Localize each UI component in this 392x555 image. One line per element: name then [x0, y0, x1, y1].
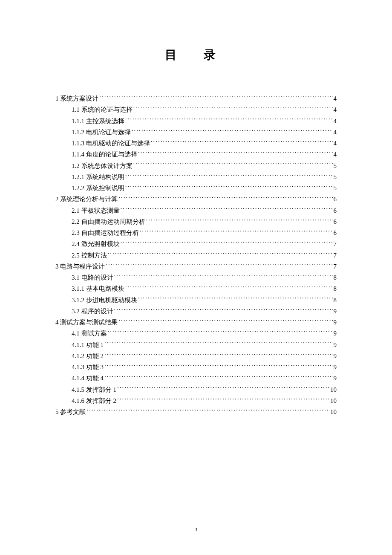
- toc-entry-page: 8: [334, 295, 337, 306]
- toc-entry-page: 4: [334, 138, 337, 149]
- toc-entry-page: 5: [334, 171, 337, 182]
- toc-entry-page: 6: [334, 216, 337, 227]
- toc-entry-label: 1.1.2 电机论证与选择: [72, 127, 131, 138]
- toc-entry[interactable]: 4.1.4 功能 49: [55, 373, 337, 384]
- toc-leader-dots: [138, 296, 333, 302]
- toc-leader-dots: [118, 195, 332, 201]
- toc-entry[interactable]: 4.1 测试方案9: [55, 328, 337, 339]
- toc-entry-label: 1 系统方案设计: [55, 93, 98, 104]
- toc-entry[interactable]: 1.1.1 主控系统选择4: [55, 116, 337, 127]
- toc-leader-dots: [132, 128, 333, 134]
- toc-entry-page: 6: [334, 205, 337, 216]
- toc-leader-dots: [121, 240, 333, 246]
- toc-entry-label: 3 电路与程序设计: [55, 261, 105, 272]
- toc-entry-label: 1.2 系统总体设计方案: [72, 160, 133, 171]
- toc-leader-dots: [125, 173, 333, 179]
- toc-entry-page: 10: [330, 395, 337, 406]
- toc-entry-label: 1.1.4 角度的论证与选择: [72, 149, 137, 160]
- toc-entry[interactable]: 3.1.1 基本电路模块8: [55, 283, 337, 294]
- toc-entry-label: 2.3 自由摆运动过程分析: [72, 227, 139, 238]
- toc-entry-page: 10: [330, 406, 337, 417]
- toc-leader-dots: [151, 139, 333, 145]
- toc-leader-dots: [125, 117, 333, 123]
- toc-entry-page: 5: [334, 182, 337, 194]
- toc-entry[interactable]: 2.2 自由摆动运动周期分析6: [55, 216, 337, 227]
- toc-leader-dots: [133, 162, 333, 168]
- toc-entry-label: 3.1.1 基本电路模块: [72, 283, 124, 294]
- toc-entry[interactable]: 1.1.4 角度的论证与选择4: [55, 149, 337, 160]
- toc-entry[interactable]: 4.1.3 功能 39: [55, 361, 337, 373]
- toc-leader-dots: [108, 329, 333, 335]
- toc-entry-page: 9: [334, 317, 337, 328]
- toc-entry-page: 7: [334, 261, 337, 272]
- toc-entry[interactable]: 5 参考文献10: [55, 406, 337, 417]
- toc-entry-page: 9: [334, 361, 337, 373]
- toc-leader-dots: [117, 396, 329, 403]
- toc-leader-dots: [108, 251, 333, 257]
- toc-entry-page: 7: [334, 250, 337, 261]
- toc-entry-page: 10: [330, 384, 337, 395]
- toc-entry[interactable]: 1.1.3 电机驱动的论证与选择4: [55, 138, 337, 149]
- toc-entry-label: 5 参考文献: [55, 406, 86, 417]
- toc-entry-page: 9: [334, 339, 337, 350]
- toc-entry-label: 1.1.1 主控系统选择: [72, 116, 124, 127]
- toc-entry-label: 4.1.6 发挥部分 2: [72, 395, 116, 406]
- toc-list: 1 系统方案设计41.1 系统的论证与选择41.1.1 主控系统选择41.1.2…: [55, 93, 337, 417]
- toc-entry[interactable]: 4 测试方案与测试结果9: [55, 317, 337, 328]
- toc-entry-label: 3.2 程序的设计: [72, 306, 113, 317]
- toc-entry[interactable]: 1 系统方案设计4: [55, 93, 337, 104]
- toc-entry[interactable]: 3.1.2 步进电机驱动模块8: [55, 295, 337, 306]
- toc-entry-label: 3.1 电路的设计: [72, 272, 113, 283]
- toc-leader-dots: [125, 184, 333, 190]
- toc-entry[interactable]: 2.1 平板状态测量6: [55, 205, 337, 216]
- toc-entry-label: 4.1.1 功能 1: [72, 339, 104, 350]
- toc-entry[interactable]: 2.5 控制方法7: [55, 250, 337, 261]
- toc-entry[interactable]: 4.1.5 发挥部分 110: [55, 384, 337, 395]
- toc-entry[interactable]: 3.2 程序的设计9: [55, 306, 337, 317]
- toc-entry-label: 2.4 激光照射模块: [72, 238, 120, 249]
- toc-entry[interactable]: 2.3 自由摆运动过程分析6: [55, 227, 337, 238]
- toc-entry[interactable]: 1.2.2 系统控制说明5: [55, 182, 337, 194]
- toc-entry-label: 4.1 测试方案: [72, 328, 107, 339]
- toc-entry-page: 4: [334, 104, 337, 115]
- toc-entry[interactable]: 1.1.2 电机论证与选择4: [55, 127, 337, 138]
- toc-entry-label: 4.1.3 功能 3: [72, 361, 104, 373]
- toc-entry-page: 5: [334, 160, 337, 171]
- toc-leader-dots: [114, 307, 333, 313]
- toc-leader-dots: [138, 150, 333, 156]
- toc-leader-dots: [133, 105, 333, 112]
- toc-entry-label: 1.1.3 电机驱动的论证与选择: [72, 138, 150, 149]
- toc-entry[interactable]: 1.2.1 系统结构说明5: [55, 171, 337, 182]
- toc-leader-dots: [104, 352, 333, 358]
- toc-leader-dots: [99, 94, 332, 101]
- toc-leader-dots: [146, 217, 333, 224]
- toc-leader-dots: [140, 228, 333, 235]
- toc-entry-page: 4: [334, 116, 337, 127]
- toc-entry-label: 4.1.5 发挥部分 1: [72, 384, 116, 395]
- toc-title: 目 录: [55, 47, 337, 63]
- toc-entry[interactable]: 4.1.2 功能 29: [55, 350, 337, 361]
- toc-leader-dots: [121, 206, 333, 213]
- toc-entry-page: 4: [334, 93, 337, 104]
- toc-leader-dots: [114, 273, 333, 280]
- toc-entry-label: 1.2.2 系统控制说明: [72, 182, 124, 194]
- toc-leader-dots: [106, 262, 332, 269]
- toc-entry[interactable]: 3.1 电路的设计8: [55, 272, 337, 283]
- toc-entry-page: 9: [334, 350, 337, 361]
- toc-entry[interactable]: 2.4 激光照射模块7: [55, 238, 337, 249]
- toc-entry[interactable]: 1.1 系统的论证与选择4: [55, 104, 337, 115]
- toc-leader-dots: [104, 341, 333, 347]
- toc-entry[interactable]: 3 电路与程序设计7: [55, 261, 337, 272]
- toc-entry-label: 1.1 系统的论证与选择: [72, 104, 133, 115]
- toc-leader-dots: [125, 284, 333, 291]
- toc-entry-label: 4 测试方案与测试结果: [55, 317, 118, 328]
- toc-entry[interactable]: 4.1.6 发挥部分 210: [55, 395, 337, 406]
- toc-entry[interactable]: 4.1.1 功能 19: [55, 339, 337, 350]
- toc-entry-page: 4: [334, 127, 337, 138]
- toc-leader-dots: [117, 385, 329, 392]
- toc-leader-dots: [104, 363, 333, 369]
- toc-entry-label: 2.1 平板状态测量: [72, 205, 120, 216]
- toc-entry[interactable]: 1.2 系统总体设计方案5: [55, 160, 337, 171]
- toc-entry-page: 9: [334, 328, 337, 339]
- toc-entry[interactable]: 2 系统理论分析与计算6: [55, 194, 337, 205]
